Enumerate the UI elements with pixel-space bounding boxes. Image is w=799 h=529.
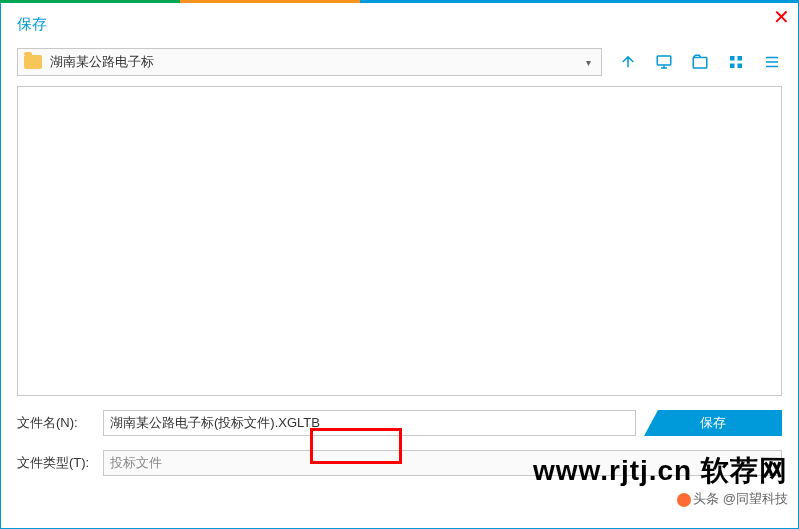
close-button[interactable]: ✕ (773, 5, 790, 29)
chevron-down-icon: ▾ (582, 57, 595, 68)
svg-rect-1 (693, 58, 707, 69)
view-icons-icon[interactable] (726, 52, 746, 72)
save-button[interactable]: 保存 (644, 410, 782, 436)
filename-row: 文件名(N): 保存 (17, 410, 782, 436)
watermark-sub: 头条 @同望科技 (677, 490, 788, 508)
svg-rect-3 (738, 56, 743, 61)
dialog-title: 保存 (1, 3, 798, 42)
filetype-input[interactable] (103, 450, 782, 476)
save-dialog: ✕ 保存 湖南某公路电子标 ▾ 文件名(N): 保存 (0, 3, 799, 529)
filetype-row: 文件类型(T): (17, 450, 782, 476)
svg-rect-5 (738, 64, 743, 69)
svg-rect-2 (730, 56, 735, 61)
path-text: 湖南某公路电子标 (50, 53, 582, 71)
view-list-icon[interactable] (762, 52, 782, 72)
desktop-icon[interactable] (654, 52, 674, 72)
toolbar: 湖南某公路电子标 ▾ (1, 42, 798, 86)
filetype-label: 文件类型(T): (17, 454, 95, 472)
filename-input[interactable] (103, 410, 636, 436)
bottom-panel: 文件名(N): 保存 文件类型(T): (1, 396, 798, 476)
path-dropdown[interactable]: 湖南某公路电子标 ▾ (17, 48, 602, 76)
file-browser-area[interactable] (17, 86, 782, 396)
new-folder-icon[interactable] (690, 52, 710, 72)
up-folder-icon[interactable] (618, 52, 638, 72)
folder-icon (24, 55, 42, 69)
svg-rect-4 (730, 64, 735, 69)
svg-rect-0 (657, 56, 671, 65)
filename-label: 文件名(N): (17, 414, 95, 432)
